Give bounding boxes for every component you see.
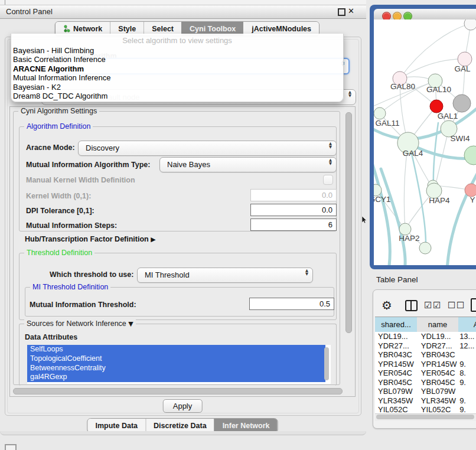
tab-label: Select <box>152 25 174 33</box>
column-header-a[interactable]: A <box>458 317 476 332</box>
which-threshold-value: MI Threshold <box>145 270 190 279</box>
network-edge-strong[interactable] <box>374 165 390 265</box>
dpi-tolerance-label: DPI Tolerance [0,1]: <box>26 207 94 215</box>
control-panel-titlebar: Control Panel ✕ <box>0 5 366 19</box>
table-cell: YPR145W <box>418 360 457 369</box>
algorithm-option-basic-correlation-inference[interactable]: Basic Correlation Inference <box>11 55 343 64</box>
network-node[interactable] <box>399 223 411 235</box>
vertical-scrollbar[interactable] <box>345 112 352 333</box>
network-node[interactable] <box>453 94 471 112</box>
algorithm-option-dream8-dc-tdc-algorithm[interactable]: Dream8 DC_TDC Algorithm <box>11 92 343 100</box>
table-cell: YDR27... <box>375 341 418 351</box>
algorithm-option-mutual-information-inference[interactable]: Mutual Information Inference <box>11 73 343 82</box>
table-row[interactable]: YIL052CYIL052C9. <box>375 405 476 413</box>
network-node[interactable] <box>374 107 386 119</box>
attribute-item-selfloops[interactable]: SelfLoops <box>27 345 325 354</box>
table-cell <box>457 387 476 396</box>
mi-steps-label: Mutual Information Steps: <box>26 221 117 230</box>
hub-tf-section-toggle[interactable]: Hub/Transcription Factor Definition ▶ <box>25 235 156 243</box>
table-horizontal-scrollbar[interactable] <box>376 415 474 419</box>
table-cell: YBR045C <box>375 378 418 387</box>
table-row[interactable]: YDL19...YDL19...13... <box>375 332 476 341</box>
column-header-shared[interactable]: shared... <box>375 317 418 332</box>
tab-label: Cyni Toolbox <box>190 25 236 33</box>
bottom-tab-impute-data[interactable]: Impute Data <box>87 419 145 432</box>
tab-label: Discretize Data <box>154 422 207 430</box>
mi-type-combobox[interactable]: Naive Bayes ▲▼ <box>159 157 337 172</box>
mouse-cursor <box>361 216 367 224</box>
close-icon[interactable]: ✕ <box>348 6 354 15</box>
algorithm-option-bayesian-hill-climbing[interactable]: Bayesian - Hill Climbing <box>11 46 343 55</box>
gear-icon[interactable]: ⚙ <box>382 298 392 312</box>
manual-kernel-checkbox[interactable] <box>323 175 333 185</box>
page-icon[interactable] <box>471 298 476 312</box>
algorithm-option-bayesian-k2[interactable]: Bayesian - K2 <box>11 83 343 92</box>
data-attributes-list[interactable]: SelfLoopsTopologicalCoefficientBetweenne… <box>27 345 331 384</box>
columns-icon[interactable] <box>405 300 418 311</box>
table-cell: 9. <box>457 405 476 413</box>
table-cell: YDL19... <box>418 332 457 341</box>
column-header-name[interactable]: name <box>417 317 459 332</box>
network-node-label-hap2: HAP2 <box>399 234 419 243</box>
which-threshold-combobox[interactable]: MI Threshold ▲▼ <box>137 268 313 283</box>
bottom-tab-infer-network[interactable]: Infer Network <box>214 419 278 432</box>
attribute-item-betweennesscentrality[interactable]: BetweennessCentrality <box>27 364 325 373</box>
table-cell: 8. <box>457 369 476 378</box>
algorithm-option-aracne-algorithm[interactable]: ARACNE Algorithm <box>11 64 343 73</box>
mi-type-value: Naive Bayes <box>167 160 210 169</box>
table-row[interactable]: YPR145WYPR145W9. <box>375 360 476 369</box>
aracne-mode-label: Aracne Mode: <box>26 144 75 152</box>
attribute-item-gal4rgexp[interactable]: gal4RGexp <box>27 373 325 382</box>
table-rows[interactable]: YDL19...YDL19...13...YDR27...YDR27...12.… <box>375 332 476 413</box>
network-edge[interactable] <box>412 154 426 243</box>
spinner-icon: ▲▼ <box>329 159 332 165</box>
screen: Control Panel ✕ NetworkStyleSelectCyni T… <box>0 0 476 450</box>
sources-group-title: Sources for Network Inference ▼ <box>24 319 136 328</box>
mi-threshold-group-title: MI Threshold Definition <box>30 283 110 291</box>
select-all-checks-icon[interactable]: ☑ <box>424 300 432 311</box>
select-all-checks-icon[interactable]: ☑ <box>433 300 441 311</box>
collapse-down-icon[interactable]: ▼ <box>128 320 133 328</box>
network-node[interactable] <box>464 19 476 30</box>
bottom-tab-discretize-data[interactable]: Discretize Data <box>145 419 214 432</box>
tab-label: Style <box>118 25 136 33</box>
horizontal-scrollbar[interactable] <box>13 388 343 394</box>
network-node-label-gal: GAL <box>454 64 471 73</box>
dpi-tolerance-field[interactable]: 0.0 <box>250 204 337 216</box>
table-cell: YDR27... <box>418 341 457 351</box>
attributes-list-scrollbar[interactable] <box>324 347 329 380</box>
table-row[interactable]: YLR345WYLR345W9. <box>375 396 476 406</box>
docked-panel-icon[interactable] <box>5 444 17 450</box>
network-canvas-svg: GALGAL80GAL10GAL1GAL11SWI4GAL4GCY1HAP4YH… <box>374 19 476 265</box>
table-row[interactable]: YDR27...YDR27...12... <box>375 341 476 351</box>
table-row[interactable]: YBR045CYBR045C9. <box>375 378 476 387</box>
network-node-label-gal80: GAL80 <box>390 82 415 91</box>
kernel-width-field[interactable]: 0.0 <box>250 189 337 201</box>
network-edge-strong[interactable] <box>447 168 476 265</box>
cyni-settings-group-title: Cyni Algorithm Settings <box>18 107 99 115</box>
network-node[interactable] <box>464 146 476 165</box>
which-threshold-label: Which threshold to use: <box>50 270 133 279</box>
float-window-icon[interactable] <box>338 8 345 16</box>
table-cell: 9. <box>457 360 476 369</box>
network-view-titlebar[interactable] <box>374 9 476 20</box>
deselect-all-boxes-icon[interactable]: ☐ <box>457 300 464 311</box>
window-top-mark <box>5 0 5 5</box>
network-edge-strong[interactable] <box>381 169 405 265</box>
attribute-item-topologicalcoefficient[interactable]: TopologicalCoefficient <box>27 354 325 364</box>
mi-steps-field[interactable]: 6 <box>250 219 337 231</box>
deselect-all-boxes-icon[interactable]: ☐ <box>448 300 455 311</box>
table-row[interactable]: YBR043CYBR043C <box>375 350 476 360</box>
table-row[interactable]: YBL079WYBL079W <box>375 387 476 396</box>
table-row[interactable]: YER054CYER054C8. <box>375 369 476 378</box>
spinner-icon: ▲▼ <box>348 91 351 97</box>
network-node[interactable] <box>465 184 476 197</box>
aracne-mode-combobox[interactable]: Discovery ▲▼ <box>78 141 337 156</box>
data-attributes-header: Data Attributes <box>25 333 77 341</box>
table-cell: YIL052C <box>375 405 418 413</box>
apply-button[interactable]: Apply <box>163 399 203 413</box>
network-node[interactable] <box>419 242 431 254</box>
network-node[interactable] <box>430 100 443 113</box>
network-canvas[interactable]: GALGAL80GAL10GAL1GAL11SWI4GAL4GCY1HAP4YH… <box>374 19 476 265</box>
mi-threshold-field[interactable]: 0.5 <box>249 298 334 310</box>
